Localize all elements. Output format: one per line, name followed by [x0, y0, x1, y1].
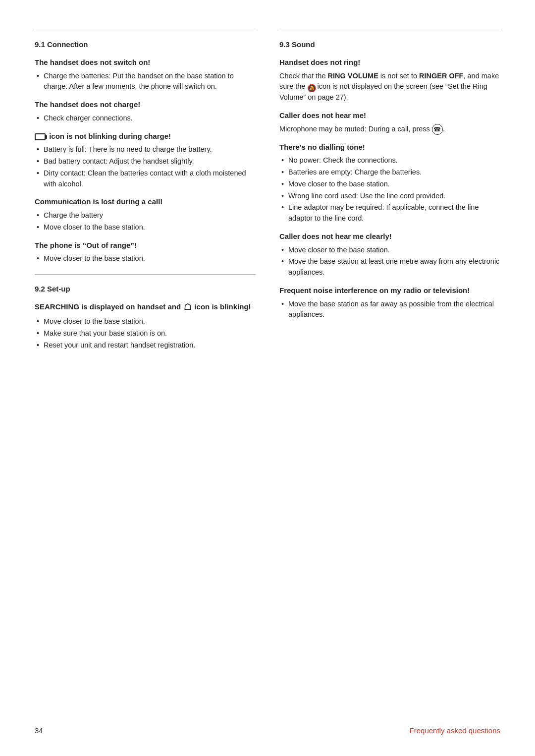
heading-no-switch-on: The handset does not switch on!	[35, 57, 256, 68]
list-item: Wrong line cord used: Use the line cord …	[279, 191, 500, 202]
heading-no-charge: The handset does not charge!	[35, 99, 256, 110]
list-no-charge: Check charger connections.	[35, 113, 256, 124]
heading-caller-not-hear-clearly: Caller does not hear me clearly!	[279, 231, 500, 242]
heading-out-of-range: The phone is “Out of range”!	[35, 240, 256, 251]
battery-icon	[35, 133, 46, 140]
list-item: Battery is full: There is no need to cha…	[35, 144, 256, 155]
heading-searching: SEARCHING is displayed on handset and ☖ …	[35, 301, 256, 314]
signal-icon: ☖	[184, 301, 191, 314]
list-item: Bad battery contact: Adjust the handset …	[35, 156, 256, 167]
list-item: Move the base station at least one metre…	[279, 256, 500, 278]
left-column: 9.1 Connection The handset does not swit…	[35, 30, 256, 358]
faq-label: Frequently asked questions	[410, 725, 500, 736]
section-92-title: 9.2 Set-up	[35, 284, 256, 294]
ringer-off-bold: RINGER OFF	[419, 72, 463, 80]
right-divider-top	[279, 30, 500, 30]
list-item: Move closer to the base station.	[35, 253, 256, 264]
mic-button: ☎	[432, 124, 443, 135]
list-item: Move the base station as far away as pos…	[279, 299, 500, 321]
section-93-title: 9.3 Sound	[279, 39, 500, 50]
footer: 34 Frequently asked questions	[35, 725, 500, 736]
list-comm-lost: Charge the battery Move closer to the ba…	[35, 210, 256, 233]
list-no-dialling-tone: No power: Check the connections. Batteri…	[279, 155, 500, 224]
page-number: 34	[35, 725, 43, 736]
list-item: Charge the batteries: Put the handset on…	[35, 71, 256, 93]
list-item: No power: Check the connections.	[279, 155, 500, 166]
heading-no-dialling-tone: There’s no dialling tone!	[279, 142, 500, 153]
list-out-of-range: Move closer to the base station.	[35, 253, 256, 264]
searching-bold: SEARCHING is displayed on handset and	[35, 302, 183, 311]
list-item: Move closer to the base station.	[35, 222, 256, 233]
section-91-title: 9.1 Connection	[35, 39, 256, 50]
left-divider-top	[35, 30, 256, 30]
searching-suffix: icon is blinking!	[194, 302, 251, 311]
heading-noise-interference: Frequent noise interference on my radio …	[279, 285, 500, 296]
right-column: 9.3 Sound Handset does not ring! Check t…	[279, 30, 500, 358]
list-item: Move closer to the base station.	[279, 179, 500, 190]
heading-comm-lost: Communication is lost during a call!	[35, 196, 256, 207]
mute-bell-icon: 🔕	[307, 83, 315, 91]
list-item: Charge the battery	[35, 210, 256, 221]
list-item: Dirty contact: Clean the batteries conta…	[35, 168, 256, 190]
body-no-ring: Check that the RING VOLUME is not set to…	[279, 71, 500, 103]
body-caller-not-hear: Microphone may be muted: During a call, …	[279, 124, 500, 135]
list-item: Move closer to the base station.	[35, 316, 256, 327]
list-item: Move closer to the base station.	[279, 245, 500, 256]
list-item: Line adaptor may be required: If applica…	[279, 202, 500, 224]
list-noise-interference: Move the base station as far away as pos…	[279, 299, 500, 321]
main-columns: 9.1 Connection The handset does not swit…	[35, 30, 500, 358]
heading-battery-icon: icon is not blinking during charge!	[35, 131, 256, 142]
list-battery-icon: Battery is full: There is no need to cha…	[35, 144, 256, 189]
section-divider	[35, 274, 256, 275]
ring-volume-bold: RING VOLUME	[328, 72, 378, 80]
page: 9.1 Connection The handset does not swit…	[0, 0, 535, 756]
list-item: Check charger connections.	[35, 113, 256, 124]
list-item: Batteries are empty: Charge the batterie…	[279, 167, 500, 178]
list-searching: Move closer to the base station. Make su…	[35, 316, 256, 350]
heading-no-ring: Handset does not ring!	[279, 57, 500, 68]
heading-caller-not-hear: Caller does not hear me!	[279, 110, 500, 121]
list-item: Reset your unit and restart handset regi…	[35, 340, 256, 351]
list-caller-not-hear-clearly: Move closer to the base station. Move th…	[279, 245, 500, 278]
list-no-switch-on: Charge the batteries: Put the handset on…	[35, 71, 256, 93]
list-item: Make sure that your base station is on.	[35, 328, 256, 339]
